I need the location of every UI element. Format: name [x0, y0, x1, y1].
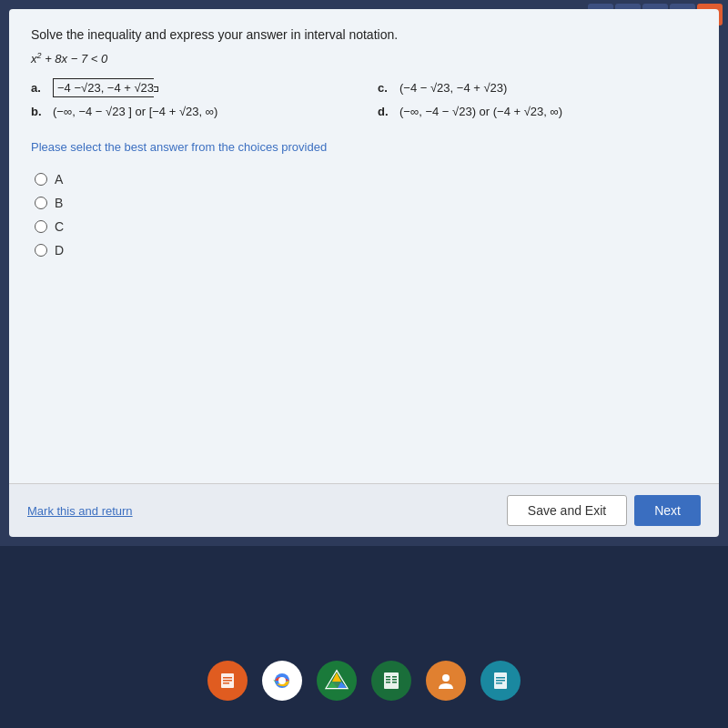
- taskbar-icon-chrome[interactable]: [262, 661, 302, 701]
- choice-d-math: (−∞, −4 − √23) or (−4 + √23, ∞): [399, 105, 562, 118]
- svg-rect-15: [386, 676, 390, 678]
- files-icon: [217, 671, 238, 691]
- next-button[interactable]: Next: [634, 495, 701, 526]
- choices-grid: a. −4 − √23, −4 + √23 c. (−4 − √23, −4 +…: [31, 78, 697, 118]
- taskbar-icon-files[interactable]: [207, 661, 248, 701]
- svg-point-6: [278, 677, 286, 684]
- drive-icon: [325, 669, 349, 693]
- radio-option-a[interactable]: A: [35, 172, 697, 187]
- taskbar-icon-drive[interactable]: [317, 661, 357, 701]
- choice-b-label: b.: [31, 105, 46, 118]
- radio-circle-b: [35, 197, 47, 209]
- choice-c-math: (−4 − √23, −4 + √23): [399, 81, 507, 95]
- quiz-card: Solve the inequality and express your an…: [9, 9, 719, 500]
- choice-b-math: (−∞, −4 − √23 ] or [−4 + √23, ∞): [53, 105, 217, 118]
- choice-d-label: d.: [378, 105, 392, 118]
- choice-a-label: a.: [31, 81, 46, 95]
- radio-option-d[interactable]: D: [35, 243, 697, 258]
- radio-circle-c: [35, 220, 47, 233]
- svg-rect-18: [392, 679, 397, 681]
- chrome-icon: [269, 668, 295, 693]
- question-instruction: Solve the inequality and express your an…: [31, 27, 697, 42]
- choice-a: a. −4 − √23, −4 + √23: [31, 78, 350, 97]
- choice-c-label: c.: [378, 81, 392, 95]
- svg-rect-23: [496, 677, 505, 679]
- mark-return-button[interactable]: Mark this and return: [27, 504, 133, 518]
- choice-b: b. (−∞, −4 − √23 ] or [−4 + √23, ∞): [31, 105, 350, 118]
- radio-options-group: A B C D: [35, 172, 697, 258]
- svg-rect-16: [392, 676, 397, 678]
- radio-label-c: C: [55, 219, 64, 234]
- sheets-icon: [381, 671, 401, 691]
- bottom-bar: Mark this and return Save and Exit Next: [9, 483, 719, 537]
- taskbar-icon-sheets[interactable]: [371, 661, 411, 701]
- svg-rect-14: [384, 672, 399, 689]
- save-exit-button[interactable]: Save and Exit: [507, 495, 627, 526]
- svg-rect-1: [223, 677, 232, 679]
- svg-rect-17: [386, 679, 390, 681]
- selection-prompt: Please select the best answer from the c…: [31, 140, 697, 154]
- question-equation: x2 + 8x − 7 < 0: [31, 51, 697, 66]
- svg-rect-19: [386, 682, 390, 683]
- radio-option-b[interactable]: B: [35, 196, 697, 210]
- svg-rect-20: [392, 682, 397, 683]
- action-buttons: Save and Exit Next: [507, 495, 701, 526]
- choice-a-math: −4 − √23, −4 + √23: [53, 78, 158, 97]
- radio-label-a: A: [55, 172, 63, 187]
- radio-circle-a: [35, 173, 47, 186]
- taskbar-icons-group: [207, 661, 521, 701]
- svg-rect-24: [496, 680, 505, 682]
- account-icon: [436, 671, 456, 691]
- choice-d: d. (−∞, −4 − √23) or (−4 + √23, ∞): [378, 105, 697, 118]
- svg-rect-2: [223, 680, 232, 682]
- taskbar-icon-docs[interactable]: [480, 661, 521, 701]
- choice-c: c. (−4 − √23, −4 + √23): [378, 78, 697, 97]
- radio-circle-d: [35, 244, 47, 257]
- svg-point-21: [442, 674, 450, 682]
- docs-icon: [490, 671, 511, 691]
- svg-rect-25: [496, 682, 502, 684]
- taskbar-icon-account[interactable]: [426, 661, 466, 701]
- radio-label-d: D: [55, 243, 64, 258]
- radio-option-c[interactable]: C: [35, 219, 697, 234]
- taskbar: [0, 546, 728, 728]
- svg-rect-3: [223, 682, 229, 684]
- radio-label-b: B: [55, 196, 63, 210]
